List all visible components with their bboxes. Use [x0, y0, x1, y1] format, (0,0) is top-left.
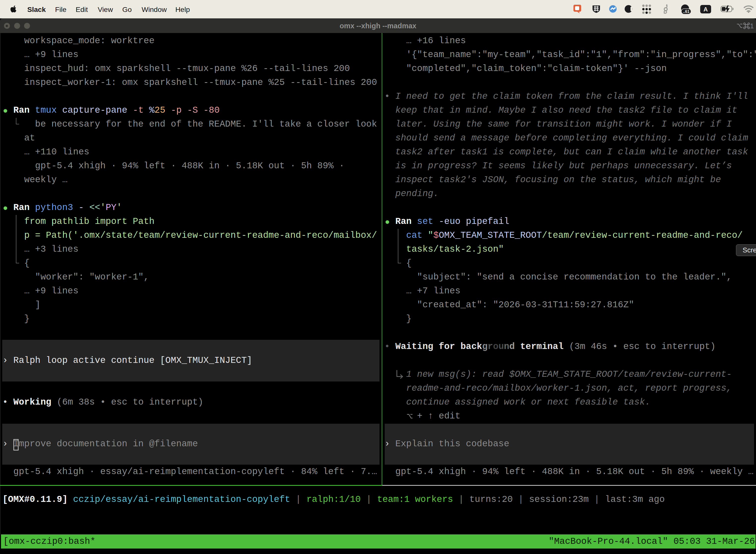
svg-text:..61: ..61 [683, 9, 690, 14]
svg-text:A: A [703, 6, 708, 13]
